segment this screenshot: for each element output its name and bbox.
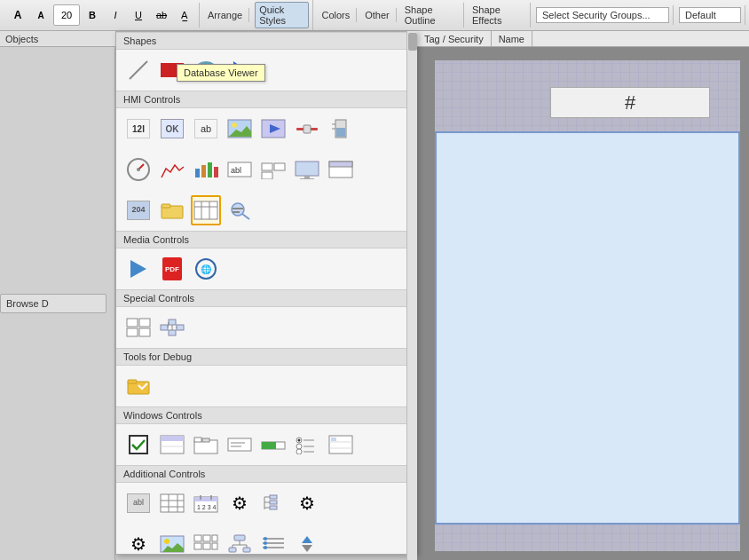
hmi-movie-item[interactable] <box>258 114 288 144</box>
svg-rect-15 <box>201 165 206 177</box>
hmi-query-item[interactable] <box>225 195 255 225</box>
media-web-item[interactable]: 🌐 <box>191 254 221 284</box>
progress-bar-icon <box>261 432 286 457</box>
win-progress-item[interactable] <box>258 430 288 460</box>
hmi-image-item[interactable] <box>225 114 255 144</box>
main-canvas: # <box>417 47 749 560</box>
strikethrough-btn[interactable]: ab <box>151 4 172 26</box>
add-grid2-item[interactable] <box>191 529 221 555</box>
win-checkbox-item[interactable] <box>123 430 154 460</box>
font-color-btn[interactable]: A̲ <box>174 4 195 26</box>
win-tabcontrol-item[interactable] <box>191 430 221 460</box>
colors-label[interactable]: Colors <box>319 10 352 20</box>
tab-control-icon <box>193 432 218 457</box>
svg-marker-112 <box>302 536 312 543</box>
numeric-display-icon: 12I <box>126 116 151 141</box>
settings-icon: ⚙ <box>295 491 319 516</box>
tag-label: Tag / Security <box>424 34 484 44</box>
svg-rect-29 <box>162 204 170 208</box>
hmi-slider-item[interactable] <box>292 114 322 144</box>
special-network-item[interactable] <box>157 312 187 343</box>
add-gear3-item[interactable]: ⚙ <box>123 529 154 555</box>
hmi-display-item[interactable] <box>292 154 322 185</box>
win-itemlist-item[interactable] <box>326 430 356 460</box>
hmi-textlabel-item[interactable]: abl <box>225 154 255 185</box>
textbox-icon <box>227 432 252 457</box>
font-size-input[interactable]: 20 <box>53 4 80 26</box>
media-play-item[interactable] <box>123 254 154 284</box>
svg-rect-93 <box>194 535 201 541</box>
add-gear1-item[interactable]: ⚙ <box>225 488 255 518</box>
underline-btn[interactable]: U <box>128 4 149 26</box>
hmi-chart-item[interactable] <box>157 154 187 185</box>
tools-folder-item[interactable] <box>123 371 154 401</box>
hmi-dbtable-item[interactable] <box>191 195 221 225</box>
bold-btn[interactable]: B <box>82 4 103 26</box>
add-listitem-item[interactable] <box>258 529 288 555</box>
hmi-folder-item[interactable] <box>157 195 187 225</box>
add-table-item[interactable] <box>157 488 187 518</box>
win-radio-item[interactable] <box>292 430 322 460</box>
hmi-grid-row3: 204 <box>116 190 416 231</box>
shape-line-item[interactable] <box>123 55 154 85</box>
radio-group-icon <box>295 432 319 457</box>
svg-rect-41 <box>139 328 150 336</box>
hmi-text-item[interactable]: ab <box>191 114 221 144</box>
win-listbox-item[interactable] <box>157 430 187 460</box>
font-size-btn[interactable]: A <box>7 4 28 26</box>
svg-rect-40 <box>127 328 138 336</box>
hmi-level-item[interactable] <box>326 114 356 144</box>
objects-label: Objects <box>5 34 38 44</box>
italic-btn[interactable]: I <box>105 4 126 26</box>
hmi-multichk-item[interactable] <box>258 154 288 185</box>
add-image-item[interactable] <box>157 529 187 555</box>
default-select[interactable]: Default <box>679 7 741 23</box>
hmi-barchart-item[interactable] <box>191 154 221 185</box>
checkbox-icon <box>126 432 151 457</box>
browse-button[interactable]: Browse D <box>0 294 106 313</box>
hmi-204-item[interactable]: 204 <box>123 195 154 225</box>
other-label[interactable]: Other <box>362 10 392 20</box>
svg-rect-96 <box>194 543 201 549</box>
arrange-label[interactable]: Arrange <box>205 10 245 20</box>
arrange-group: Arrange <box>201 8 249 22</box>
svg-point-64 <box>298 439 301 442</box>
security-select[interactable]: Select Security Groups... <box>536 7 669 23</box>
photo-icon <box>160 532 185 555</box>
folder-icon <box>160 198 185 223</box>
add-tree-item[interactable] <box>258 488 288 518</box>
level-icon <box>328 116 353 141</box>
hmi-numeric-item[interactable]: 12I <box>123 114 154 144</box>
svg-rect-14 <box>195 169 200 177</box>
svg-rect-103 <box>229 548 236 552</box>
add-calendar-item[interactable]: 1 2 3 4 <box>191 488 221 518</box>
special-grid-item[interactable] <box>123 312 154 343</box>
svg-point-92 <box>164 539 170 544</box>
panel-scrollbar[interactable] <box>406 31 417 560</box>
add-gearh-item[interactable] <box>225 529 255 555</box>
hmi-panel-item[interactable] <box>326 154 356 185</box>
media-pdf-item[interactable]: PDF <box>157 254 187 284</box>
pdf-icon: PDF <box>160 256 185 281</box>
globe-icon: 🌐 <box>193 256 218 281</box>
svg-rect-36 <box>233 208 243 209</box>
add-textlabel-item[interactable]: abl <box>123 488 154 518</box>
scrollbar-thumb[interactable] <box>408 33 417 51</box>
add-gear2-item[interactable]: ⚙ <box>292 488 322 518</box>
hmi-gauge-item[interactable] <box>123 154 154 185</box>
listbox-icon <box>160 432 185 457</box>
shape-effects-label[interactable]: Shape Effects <box>469 4 526 26</box>
database-viewer-tooltip: Database Viewer <box>177 64 265 82</box>
hmi-ok-item[interactable]: OK <box>157 114 187 144</box>
tools-header: Tools for Debug <box>116 348 416 366</box>
win-textbox-item[interactable] <box>225 430 255 460</box>
blue-rectangle <box>435 131 740 525</box>
hash-symbol: # <box>625 91 635 114</box>
quick-styles-label[interactable]: Quick Styles <box>255 2 309 28</box>
name-section: Name <box>492 31 532 46</box>
dropdown-panel: Shapes HMI Controls 12I <box>115 31 417 555</box>
add-sort-item[interactable] <box>292 529 322 555</box>
svg-rect-39 <box>139 319 150 327</box>
font-size-small-btn[interactable]: A <box>30 4 51 26</box>
svg-rect-20 <box>262 163 272 170</box>
